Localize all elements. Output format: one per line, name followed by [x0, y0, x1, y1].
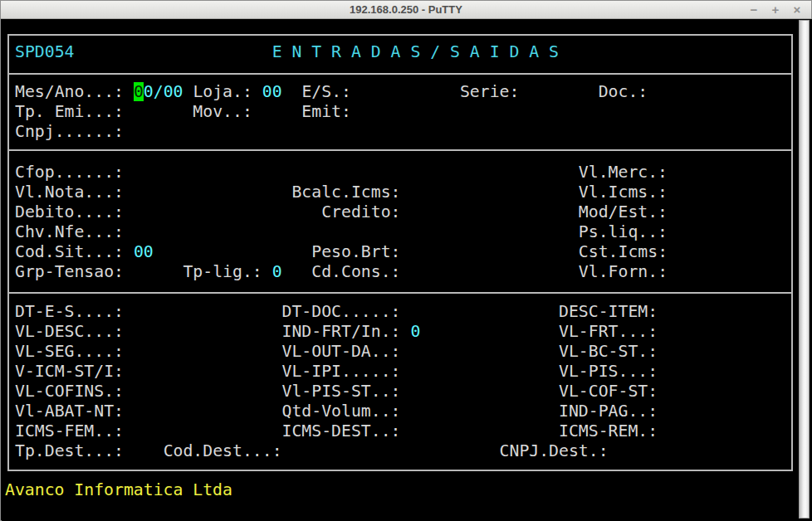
terminal-line: Vl.Nota...: Bcalc.Icms: Vl.Icms.:: [15, 183, 668, 202]
field-label: Tp. Emi...: Mov..: Emit:: [15, 102, 351, 121]
title-bar[interactable]: 192.168.0.250 - PuTTY − + ×: [1, 1, 811, 19]
terminal-line: VL-SEG....: VL-OUT-DA..: VL-BC-ST.:: [15, 342, 658, 362]
terminal-line: ICMS-FEM..: ICMS-DEST..: ICMS-REM.:: [15, 421, 658, 441]
field-label: Vl-ABAT-NT: Qtd-Volum..: IND-PAG..:: [15, 402, 658, 421]
field-value: 0: [272, 262, 282, 281]
terminal-line: Chv.Nfe...: Ps.liq..:: [15, 222, 668, 242]
field-label: V-ICM-ST/I: VL-IPI.....: VL-PIS...:: [15, 362, 658, 381]
terminal-line: Cod.Sit...: 00 Peso.Brt: Cst.Icms:: [15, 242, 668, 262]
field-value: 00: [134, 242, 154, 261]
close-button[interactable]: ×: [788, 1, 806, 18]
field-label: Cfop......: Vl.Merc.:: [15, 163, 668, 182]
divider-header: [7, 73, 793, 75]
field-label: Peso.Brt: Cst.Icms:: [154, 242, 668, 261]
terminal-screen[interactable]: SPD054 E N T R A D A S / S A I D A SMes/…: [2, 19, 812, 521]
field-label: Vl.Nota...: Bcalc.Icms: Vl.Icms.:: [15, 183, 668, 202]
field-label: VL-COFINS.: Vl-PIS-ST..: VL-COF-ST:: [15, 382, 658, 401]
screen-header-text: SPD054: [15, 42, 74, 61]
field-label: Tp.Dest...: Cod.Dest...: CNPJ.Dest.:: [15, 441, 609, 460]
terminal-line: SPD054 E N T R A D A S / S A I D A S: [15, 42, 559, 62]
field-label: ICMS-FEM..: ICMS-DEST..: ICMS-REM.:: [15, 421, 658, 441]
terminal-line: V-ICM-ST/I: VL-IPI.....: VL-PIS...:: [15, 362, 658, 382]
divider-section-1: [7, 149, 793, 151]
terminal-line: VL-COFINS.: Vl-PIS-ST..: VL-COF-ST:: [15, 382, 658, 402]
field-label: [74, 42, 271, 61]
field-value: 00: [262, 82, 282, 101]
text-cursor: 0: [134, 82, 144, 101]
maximize-button[interactable]: +: [766, 1, 785, 18]
terminal-line: DT-E-S....: DT-DOC.....: DESC-ITEM:: [15, 302, 658, 322]
field-label: Cod.Sit...:: [15, 242, 134, 261]
field-label: Cnpj......:: [15, 122, 124, 141]
field-label: Grp-Tensao: Tp-lig.:: [15, 262, 272, 281]
minimize-button[interactable]: −: [745, 1, 763, 18]
status-footer: Avanco Informatica Ltda: [5, 480, 232, 500]
window-controls: − + ×: [745, 1, 806, 18]
field-label: VL-DESC...: IND-FRT/In.:: [15, 322, 410, 341]
terminal-line: Cfop......: Vl.Merc.:: [15, 163, 668, 183]
putty-window: 192.168.0.250 - PuTTY − + × SPD054 E N T…: [0, 0, 812, 521]
field-value: 0: [410, 322, 420, 341]
divider-section-2: [7, 292, 793, 294]
terminal-line: Tp.Dest...: Cod.Dest...: CNPJ.Dest.:: [15, 441, 609, 461]
field-label: Chv.Nfe...: Ps.liq..:: [15, 222, 668, 241]
scrollbar[interactable]: [799, 20, 810, 519]
field-label: Loja.:: [183, 82, 262, 101]
terminal-line: Mes/Ano...: 00/00 Loja.: 00 E/S.: Serie:…: [15, 82, 648, 102]
field-label: VL-FRT...:: [420, 322, 658, 341]
terminal-line: Vl-ABAT-NT: Qtd-Volum..: IND-PAG..:: [15, 402, 658, 421]
field-label: DT-E-S....: DT-DOC.....: DESC-ITEM:: [15, 302, 658, 321]
terminal-line: Cnpj......:: [15, 122, 124, 142]
field-value: 0/00: [144, 82, 183, 101]
terminal-line: VL-DESC...: IND-FRT/In.: 0 VL-FRT...:: [15, 322, 658, 342]
terminal-line: Grp-Tensao: Tp-lig.: 0 Cd.Cons.: Vl.Forn…: [15, 262, 668, 282]
field-label: Mes/Ano...:: [15, 82, 134, 101]
field-label: E/S.: Serie: Doc.:: [282, 82, 648, 101]
terminal-line: Tp. Emi...: Mov..: Emit:: [15, 102, 351, 122]
window-title: 192.168.0.250 - PuTTY: [1, 1, 811, 18]
field-label: Cd.Cons.: Vl.Forn.:: [282, 262, 668, 281]
field-label: Debito....: Credito: Mod/Est.:: [15, 202, 668, 222]
screen-header-text: E N T R A D A S / S A I D A S: [272, 42, 559, 61]
terminal-line: Debito....: Credito: Mod/Est.:: [15, 202, 668, 222]
field-label: VL-SEG....: VL-OUT-DA..: VL-BC-ST.:: [15, 342, 658, 361]
